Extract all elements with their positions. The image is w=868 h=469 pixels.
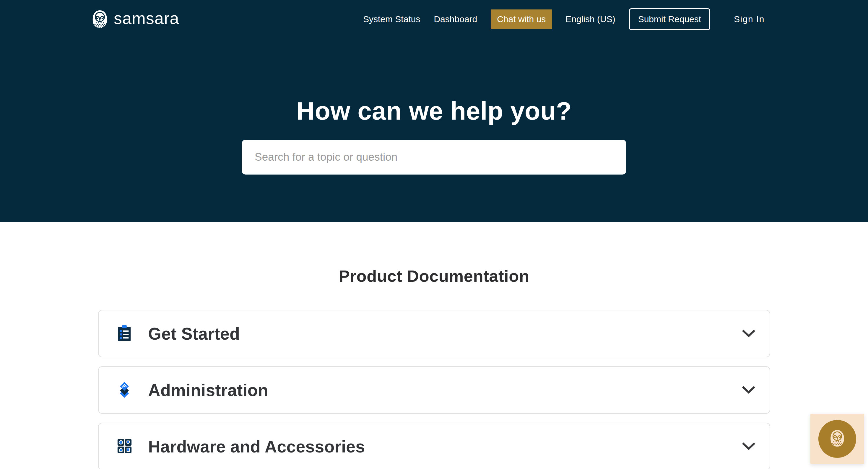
chat-launcher-circle <box>818 420 856 458</box>
chevron-down-icon <box>741 329 756 339</box>
main-content: Product Documentation Get Started <box>0 267 868 469</box>
search-container <box>242 140 626 175</box>
category-label: Administration <box>148 380 268 400</box>
layers-stack-icon <box>116 381 132 399</box>
chevron-down-icon <box>741 441 756 451</box>
category-list: Get Started <box>98 310 770 469</box>
category-label: Hardware and Accessories <box>148 437 365 456</box>
devices-grid-icon <box>116 437 132 456</box>
sign-in-link[interactable]: Sign In <box>734 14 765 24</box>
nav-links: System Status Dashboard Chat with us Eng… <box>363 8 765 30</box>
hero-heading: How can we help you? <box>0 96 868 126</box>
nav-system-status[interactable]: System Status <box>363 14 420 24</box>
category-card-administration[interactable]: Administration <box>98 366 770 414</box>
section-title: Product Documentation <box>0 267 868 286</box>
nav-dashboard[interactable]: Dashboard <box>434 14 477 24</box>
category-card-hardware-accessories[interactable]: Hardware and Accessories <box>98 423 770 469</box>
chat-launcher-button[interactable] <box>810 414 864 464</box>
submit-request-button[interactable]: Submit Request <box>629 8 710 30</box>
nav-language-selector[interactable]: English (US) <box>565 14 615 24</box>
hero-section: samsara System Status Dashboard Chat wit… <box>0 0 868 222</box>
category-label: Get Started <box>148 324 240 343</box>
nav-chat-with-us[interactable]: Chat with us <box>491 9 552 29</box>
clipboard-checklist-icon <box>116 324 132 343</box>
category-card-get-started[interactable]: Get Started <box>98 310 770 357</box>
brand-wordmark: samsara <box>114 10 179 28</box>
samsara-owl-icon <box>90 9 110 29</box>
chevron-down-icon <box>741 385 756 395</box>
samsara-owl-icon <box>828 429 846 449</box>
search-input[interactable] <box>242 140 626 175</box>
samsara-logo[interactable]: samsara <box>90 9 179 29</box>
top-navigation: samsara System Status Dashboard Chat wit… <box>0 0 868 38</box>
